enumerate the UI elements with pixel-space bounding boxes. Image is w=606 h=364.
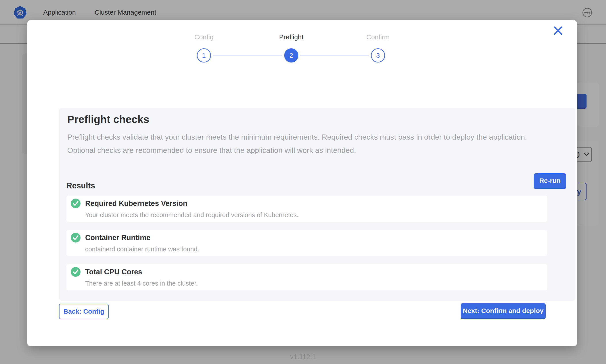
step-label-config: Config	[171, 33, 237, 41]
check-title: Container Runtime	[85, 234, 150, 242]
check-description: Your cluster meets the recommended and r…	[85, 211, 299, 219]
step-circle-confirm[interactable]: 3	[371, 48, 385, 63]
results-heading: Results	[66, 181, 95, 190]
next-confirm-deploy-button[interactable]: Next: Confirm and deploy	[461, 303, 546, 319]
page-title: Preflight checks	[67, 113, 149, 125]
preflight-modal: Config Preflight Confirm 1 2 3 Preflight…	[27, 20, 577, 346]
step-label-confirm: Confirm	[345, 33, 411, 41]
check-row-container-runtime: Container Runtime containerd container r…	[66, 230, 547, 256]
close-icon[interactable]	[553, 26, 563, 36]
step-label-preflight: Preflight	[258, 33, 324, 41]
preflight-description: Preflight checks validate that your clus…	[67, 130, 532, 157]
check-circle-icon	[71, 233, 81, 243]
check-row-total-cpu-cores: Total CPU Cores There are at least 4 cor…	[66, 264, 547, 290]
step-connector-1	[213, 55, 282, 56]
check-circle-icon	[71, 199, 81, 208]
check-row-kubernetes-version: Required Kubernetes Version Your cluster…	[66, 195, 547, 222]
check-circle-icon	[71, 267, 81, 277]
step-circle-config[interactable]: 1	[197, 48, 211, 63]
results-list: Required Kubernetes Version Your cluster…	[66, 195, 547, 298]
back-config-button[interactable]: Back: Config	[59, 304, 109, 319]
check-title: Total CPU Cores	[85, 268, 142, 276]
check-title: Required Kubernetes Version	[85, 199, 187, 208]
preflight-content-card: Preflight checks Preflight checks valida…	[59, 108, 575, 301]
rerun-button[interactable]: Re-run	[534, 173, 566, 189]
step-circle-preflight[interactable]: 2	[284, 48, 298, 63]
step-connector-2	[300, 55, 369, 56]
check-description: containerd container runtime was found.	[85, 246, 199, 253]
check-description: There are at least 4 cores in the cluste…	[85, 280, 198, 287]
